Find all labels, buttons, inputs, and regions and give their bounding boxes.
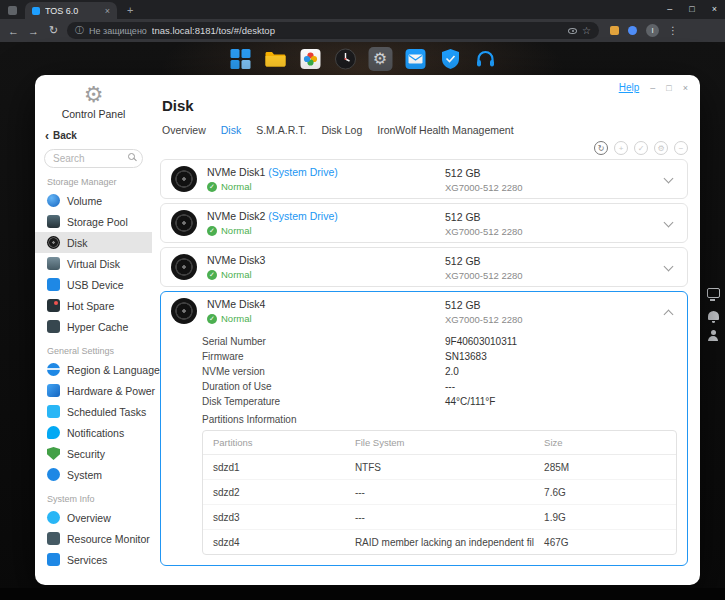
refresh-circle-icon[interactable]: ↻ [594, 141, 608, 155]
profile-avatar[interactable]: I [646, 24, 659, 37]
file-manager-icon[interactable] [263, 47, 287, 71]
notifications-icon [47, 426, 60, 439]
sidebar-item-disk[interactable]: Disk [35, 232, 152, 253]
notification-widget-icon[interactable] [708, 311, 719, 320]
window-maximize-icon[interactable]: □ [666, 83, 671, 93]
partition-name: sdzd3 [203, 505, 345, 530]
sidebar-item-scheduled-tasks[interactable]: Scheduled Tasks [35, 401, 152, 422]
tab-disk[interactable]: Disk [221, 124, 241, 136]
tab-strip: TOS 6.0 × + – □ × [0, 0, 725, 19]
sidebar-item-usb-device[interactable]: USB Device [35, 274, 152, 295]
main-content: Disk Overview Disk S.M.A.R.T. Disk Log I… [152, 75, 700, 585]
address-bar[interactable]: ⓘ Не защищено tnas.local:8181/tos/#/desk… [67, 22, 599, 39]
new-tab-button[interactable]: + [127, 4, 133, 16]
browser-minimize-button[interactable]: – [667, 4, 672, 14]
disk-card-header[interactable]: NVMe Disk1(System Drive) ✓Normal 512 GB … [161, 160, 687, 198]
sidebar-item-volume[interactable]: Volume [35, 190, 152, 211]
app-launcher-icon[interactable] [228, 47, 252, 71]
password-eye-icon[interactable] [568, 28, 577, 34]
sidebar-item-hyper-cache[interactable]: Hyper Cache [35, 316, 152, 337]
disk-card-header[interactable]: NVMe Disk3 ✓Normal 512 GB XG7000-512 228… [161, 248, 687, 286]
extension-icon[interactable] [610, 26, 619, 35]
disk-card-header[interactable]: NVMe Disk2(System Drive) ✓Normal 512 GB … [161, 204, 687, 242]
display-widget-icon[interactable] [707, 288, 720, 298]
section-title: System Info [47, 494, 152, 504]
photos-icon[interactable] [298, 47, 322, 71]
bookmark-star-icon[interactable]: ☆ [582, 25, 591, 36]
sidebar-item-overview[interactable]: Overview [35, 507, 152, 528]
detail-value: 9F40603010311 [445, 336, 517, 347]
browser-tab[interactable]: TOS 6.0 × [25, 2, 117, 19]
mail-icon[interactable] [403, 47, 427, 71]
disk-card-header[interactable]: NVMe Disk4 ✓Normal 512 GB XG7000-512 228… [161, 292, 687, 330]
disk-name: NVMe Disk1 [207, 166, 265, 178]
browser-system-icon[interactable] [8, 6, 17, 15]
sidebar-item-hot-spare[interactable]: Hot Spare [35, 295, 152, 316]
sidebar-item-security[interactable]: Security [35, 443, 152, 464]
sidebar-item-region-language[interactable]: Region & Language [35, 359, 152, 380]
browser-maximize-button[interactable]: □ [689, 4, 694, 14]
sidebar-item-notifications[interactable]: Notifications [35, 422, 152, 443]
chevron-down-icon[interactable] [664, 218, 674, 228]
gear-icon: ⚙ [373, 51, 387, 67]
forward-icon[interactable]: → [27, 25, 40, 37]
disk-card-1: NVMe Disk1(System Drive) ✓Normal 512 GB … [160, 159, 688, 199]
chevron-up-icon[interactable] [664, 310, 674, 320]
disk-list: NVMe Disk1(System Drive) ✓Normal 512 GB … [160, 159, 688, 566]
tab-smart[interactable]: S.M.A.R.T. [256, 124, 306, 136]
tab-disk-log[interactable]: Disk Log [321, 124, 362, 136]
status-ok-icon: ✓ [207, 226, 217, 236]
disk-card-4: NVMe Disk4 ✓Normal 512 GB XG7000-512 228… [160, 291, 688, 566]
remove-circle-icon[interactable]: − [674, 141, 688, 155]
column-header: File System [345, 431, 534, 455]
clock-icon[interactable] [333, 47, 357, 71]
window-minimize-icon[interactable]: – [650, 83, 655, 93]
extension-icon[interactable] [628, 26, 637, 35]
chevron-down-icon[interactable] [664, 174, 674, 184]
support-headset-icon[interactable] [473, 47, 497, 71]
control-panel-dock-icon[interactable]: ⚙ [368, 47, 392, 71]
security-label[interactable]: Не защищено [89, 26, 147, 36]
chevron-down-icon[interactable] [664, 262, 674, 272]
user-widget-icon[interactable] [707, 330, 719, 341]
browser-menu-icon[interactable]: ⋮ [668, 25, 678, 36]
disk-image [171, 166, 197, 192]
status-ok-icon: ✓ [207, 182, 217, 192]
reload-icon[interactable]: ↻ [47, 24, 60, 37]
sidebar-item-system[interactable]: System [35, 464, 152, 485]
sidebar-item-hardware-power[interactable]: Hardware & Power [35, 380, 152, 401]
disk-name: NVMe Disk4 [207, 298, 265, 310]
partition-fs: RAID member lacking an independent file … [345, 530, 534, 555]
status-ok-icon: ✓ [207, 270, 217, 280]
browser-chrome: TOS 6.0 × + – □ × ← → ↻ ⓘ Не защищено tn… [0, 0, 725, 42]
disk-image [171, 254, 197, 280]
disk-model: XG7000-512 2280 [445, 226, 523, 237]
partition-name: sdzd2 [203, 480, 345, 505]
sidebar-item-virtual-disk[interactable]: Virtual Disk [35, 253, 152, 274]
settings-circle-icon[interactable]: ⚙ [654, 141, 668, 155]
partition-row: sdzd4 RAID member lacking an independent… [203, 530, 676, 555]
not-secure-icon[interactable]: ⓘ [75, 24, 84, 37]
security-shield-icon[interactable] [438, 47, 462, 71]
disk-size: 512 GB [445, 167, 523, 179]
add-circle-icon[interactable]: + [614, 141, 628, 155]
back-button[interactable]: ‹ Back [45, 130, 152, 141]
browser-close-button[interactable]: × [712, 4, 717, 14]
disk-image [171, 210, 197, 236]
sidebar-item-storage-pool[interactable]: Storage Pool [35, 211, 152, 232]
help-link[interactable]: Help [619, 82, 640, 93]
partition-fs: NTFS [345, 455, 534, 480]
back-icon[interactable]: ← [7, 25, 20, 37]
sidebar: ⚙ Control Panel ‹ Back Storage Manager V… [35, 75, 152, 585]
window-close-icon[interactable]: × [683, 83, 688, 93]
partition-name: sdzd4 [203, 530, 345, 555]
partition-row: sdzd3 --- 1.9G [203, 505, 676, 530]
tab-ironwolf[interactable]: IronWolf Health Management [377, 124, 513, 136]
column-header: Partitions [203, 431, 345, 455]
ok-circle-icon[interactable]: ✓ [634, 141, 648, 155]
tab-overview[interactable]: Overview [162, 124, 206, 136]
sidebar-item-resource-monitor[interactable]: Resource Monitor [35, 528, 152, 549]
disk-size: 512 GB [445, 211, 523, 223]
tab-close-icon[interactable]: × [105, 6, 110, 16]
sidebar-item-services[interactable]: Services [35, 549, 152, 570]
